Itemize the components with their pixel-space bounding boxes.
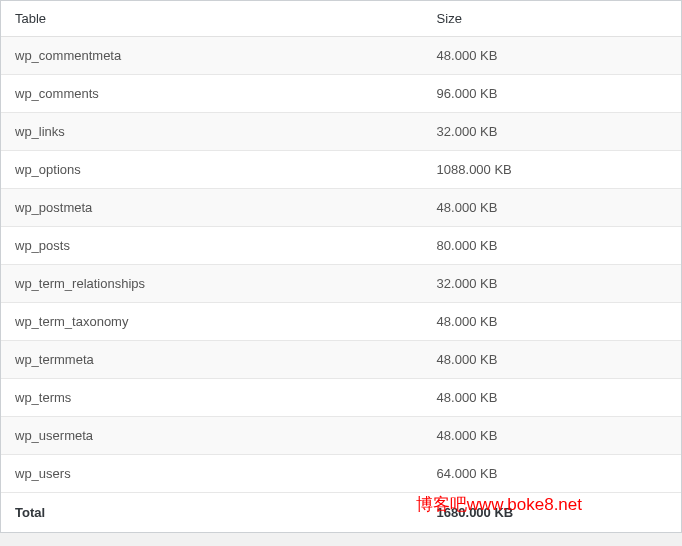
table-row: wp_terms48.000 KB	[1, 379, 681, 417]
table-cell-size: 64.000 KB	[423, 455, 681, 493]
table-cell-size: 48.000 KB	[423, 189, 681, 227]
table-cell-name: wp_comments	[1, 75, 423, 113]
footer-total-size: 1680.000 KB	[423, 493, 681, 533]
table-row: wp_postmeta48.000 KB	[1, 189, 681, 227]
table-row: wp_usermeta48.000 KB	[1, 417, 681, 455]
table-cell-size: 80.000 KB	[423, 227, 681, 265]
table-cell-size: 48.000 KB	[423, 341, 681, 379]
table-cell-size: 48.000 KB	[423, 417, 681, 455]
table-row: wp_commentmeta48.000 KB	[1, 37, 681, 75]
table-row: wp_links32.000 KB	[1, 113, 681, 151]
table-row: wp_term_relationships32.000 KB	[1, 265, 681, 303]
table-cell-name: wp_term_taxonomy	[1, 303, 423, 341]
table-row: wp_termmeta48.000 KB	[1, 341, 681, 379]
table-cell-size: 32.000 KB	[423, 113, 681, 151]
database-tables-table: Table Size wp_commentmeta48.000 KBwp_com…	[1, 1, 681, 532]
table-cell-name: wp_users	[1, 455, 423, 493]
header-table-size: Size	[423, 1, 681, 37]
table-row: wp_posts80.000 KB	[1, 227, 681, 265]
table-cell-size: 32.000 KB	[423, 265, 681, 303]
table-row: wp_comments96.000 KB	[1, 75, 681, 113]
table-cell-size: 48.000 KB	[423, 37, 681, 75]
table-cell-size: 48.000 KB	[423, 379, 681, 417]
table-cell-name: wp_options	[1, 151, 423, 189]
table-row: wp_term_taxonomy48.000 KB	[1, 303, 681, 341]
table-row: wp_users64.000 KB	[1, 455, 681, 493]
table-cell-name: wp_posts	[1, 227, 423, 265]
table-header-row: Table Size	[1, 1, 681, 37]
table-cell-size: 96.000 KB	[423, 75, 681, 113]
table-cell-name: wp_usermeta	[1, 417, 423, 455]
table-cell-name: wp_terms	[1, 379, 423, 417]
table-cell-size: 1088.000 KB	[423, 151, 681, 189]
footer-total-label: Total	[1, 493, 423, 533]
actions-bar: Optimize Database	[0, 533, 682, 546]
table-cell-name: wp_links	[1, 113, 423, 151]
table-footer-row: Total 1680.000 KB	[1, 493, 681, 533]
table-cell-name: wp_term_relationships	[1, 265, 423, 303]
table-cell-name: wp_termmeta	[1, 341, 423, 379]
table-cell-name: wp_postmeta	[1, 189, 423, 227]
table-row: wp_options1088.000 KB	[1, 151, 681, 189]
database-tables-panel: Table Size wp_commentmeta48.000 KBwp_com…	[0, 0, 682, 533]
header-table-name: Table	[1, 1, 423, 37]
table-cell-name: wp_commentmeta	[1, 37, 423, 75]
table-cell-size: 48.000 KB	[423, 303, 681, 341]
